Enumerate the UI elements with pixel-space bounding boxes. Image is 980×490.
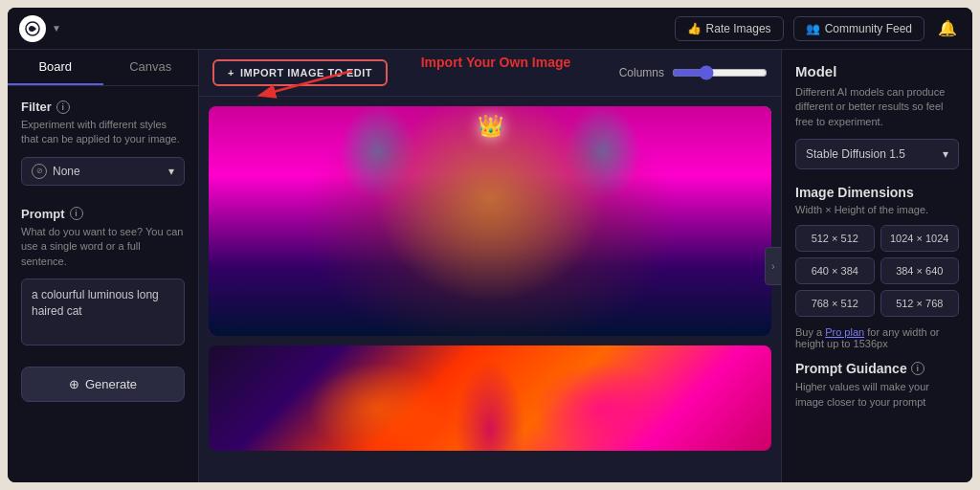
model-title: Model <box>795 63 959 79</box>
filter-title: Filter i <box>21 100 185 114</box>
center-canvas: + IMPORT IMAGE TO EDIT Columns › <box>199 50 781 482</box>
tab-canvas[interactable]: Canvas <box>103 50 199 85</box>
filter-selected-value: None <box>53 165 80 178</box>
left-sidebar: Board Canvas Filter i Experiment with di… <box>8 50 199 482</box>
cat-image-bottom <box>209 345 771 451</box>
dim-512x768[interactable]: 512 × 768 <box>880 290 960 317</box>
prompt-input[interactable]: a colourful luminous long haired cat <box>21 278 185 345</box>
logo-chevron: ▼ <box>52 23 61 33</box>
logo-area: ▼ <box>19 15 61 42</box>
image-dimensions-desc: Width × Height of the image. <box>795 204 959 215</box>
filter-chevron-icon: ▾ <box>168 165 174 178</box>
import-image-button[interactable]: + IMPORT IMAGE TO EDIT <box>212 59 388 86</box>
canvas-toolbar: + IMPORT IMAGE TO EDIT Columns <box>199 50 781 97</box>
prompt-guidance-section: Prompt Guidance i Higher values will mak… <box>795 361 959 410</box>
prompt-section: Prompt i What do you want to see? You ca… <box>8 193 198 357</box>
model-description: Different AI models can produce differen… <box>795 85 959 129</box>
rate-images-label: Rate Images <box>706 22 771 35</box>
top-bar-actions: 👍 Rate Images 👥 Community Feed 🔔 <box>675 15 961 41</box>
prompt-label: Prompt <box>21 207 65 221</box>
generate-plus-icon: ⊕ <box>69 377 79 391</box>
filter-circle-icon: ⊘ <box>32 164 47 179</box>
image-dimensions-section: Image Dimensions Width × Height of the i… <box>795 185 959 349</box>
model-section: Model Different AI models can produce di… <box>795 63 959 169</box>
tab-board[interactable]: Board <box>8 50 103 85</box>
filter-select[interactable]: ⊘ None ▾ <box>21 157 185 186</box>
import-plus-icon: + <box>228 67 234 78</box>
pro-link[interactable]: Pro plan <box>825 326 864 338</box>
prompt-title: Prompt i <box>21 207 185 221</box>
model-selected-value: Stable Diffusion 1.5 <box>806 147 905 161</box>
import-btn-label: IMPORT IMAGE TO EDIT <box>240 67 372 78</box>
community-feed-label: Community Feed <box>825 22 912 35</box>
right-sidebar: Model Different AI models can produce di… <box>781 50 972 482</box>
model-chevron-icon: ▾ <box>943 147 948 161</box>
top-bar: ▼ 👍 Rate Images 👥 Community Feed 🔔 <box>8 8 972 50</box>
tab-row: Board Canvas <box>8 50 198 86</box>
prompt-guidance-info-icon[interactable]: i <box>911 362 924 375</box>
dim-512x512[interactable]: 512 × 512 <box>795 225 875 252</box>
app-logo <box>19 15 46 42</box>
prompt-description: What do you want to see? You can use a s… <box>21 225 185 269</box>
prompt-info-icon[interactable]: i <box>70 207 83 220</box>
columns-label: Columns <box>619 66 664 79</box>
dim-1024x1024[interactable]: 1024 × 1024 <box>880 225 960 252</box>
columns-control: Columns <box>619 65 768 80</box>
community-feed-button[interactable]: 👥 Community Feed <box>793 16 924 41</box>
generate-button[interactable]: ⊕ Generate <box>21 367 185 402</box>
image-dimensions-title: Image Dimensions <box>795 185 959 200</box>
canvas-content <box>199 97 781 482</box>
filter-label: Filter <box>21 100 52 114</box>
toggle-sidebar-button[interactable]: › <box>765 247 781 285</box>
prompt-guidance-desc: Higher values will make your image close… <box>795 380 959 410</box>
pro-note: Buy a Pro plan for any width or height u… <box>795 326 959 349</box>
thumbs-up-icon: 👍 <box>687 22 702 35</box>
dim-640x384[interactable]: 640 × 384 <box>795 257 875 284</box>
main-layout: Board Canvas Filter i Experiment with di… <box>8 50 972 482</box>
filter-info-icon[interactable]: i <box>56 100 70 114</box>
community-icon: 👥 <box>806 22 820 35</box>
notifications-bell-icon[interactable]: 🔔 <box>934 15 961 41</box>
filter-description: Experiment with different styles that ca… <box>21 118 185 147</box>
generate-label: Generate <box>85 377 137 391</box>
prompt-guidance-title: Prompt Guidance i <box>795 361 959 376</box>
dim-768x512[interactable]: 768 × 512 <box>795 290 875 317</box>
model-select[interactable]: Stable Diffusion 1.5 ▾ <box>795 139 959 169</box>
dim-384x640[interactable]: 384 × 640 <box>880 257 960 284</box>
rate-images-button[interactable]: 👍 Rate Images <box>675 16 784 41</box>
dimensions-grid: 512 × 512 1024 × 1024 640 × 384 384 × 64… <box>795 225 959 317</box>
filter-section: Filter i Experiment with different style… <box>8 86 198 193</box>
cat-image-main <box>209 106 771 336</box>
columns-slider[interactable] <box>672 65 768 80</box>
